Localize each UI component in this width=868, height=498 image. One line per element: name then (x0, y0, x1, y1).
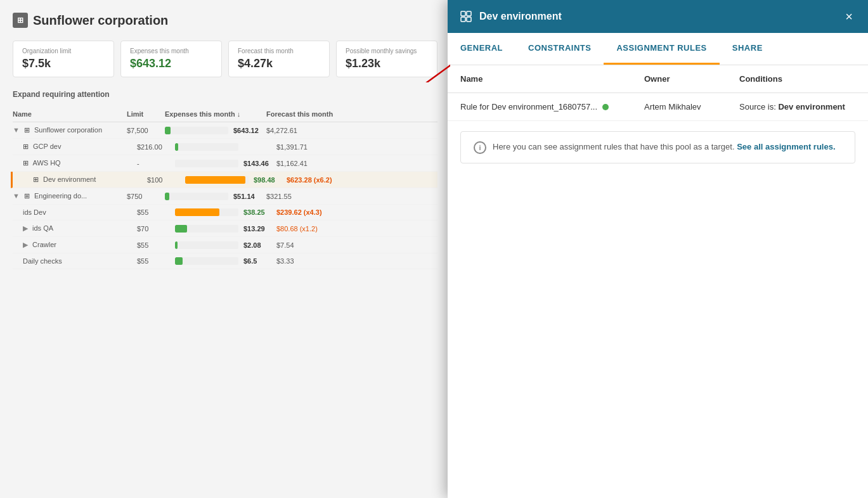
org-title: Sunflower corporation (33, 13, 168, 28)
modal-title: Dev environment (459, 10, 562, 23)
pool-icon (459, 10, 473, 23)
row-expense: $643.12 (165, 127, 266, 134)
row-limit: $55 (137, 241, 175, 249)
tab-share[interactable]: SHARE (720, 33, 775, 65)
tab-constraints[interactable]: CONSTRAINTS (515, 33, 604, 65)
table-row: ⊞ AWS HQ - $143.46 $1,162.41 (13, 155, 437, 172)
row-limit: $70 (137, 225, 175, 233)
table-row: Daily checks $55 $6.5 $3.33 (13, 253, 437, 269)
info-banner: i Here you can see assignment rules that… (460, 131, 855, 163)
row-limit: $100 (147, 176, 185, 184)
row-limit: $55 (137, 208, 175, 216)
svg-rect-5 (467, 17, 471, 22)
condition-value: Dev environment (778, 102, 845, 112)
modal-title-text: Dev environment (479, 11, 562, 22)
row-expense: $2.08 (175, 241, 276, 249)
row-forecast: $7.54 (276, 241, 378, 249)
ar-header-name: Name (460, 74, 644, 84)
ar-header-owner: Owner (644, 74, 739, 84)
ar-table-header: Name Owner Conditions (448, 65, 868, 93)
row-forecast: $80.68 (x1.2) (276, 225, 378, 233)
table-row: ▼ ⊞ Engineering do... $750 $51.14 $321.5… (13, 188, 437, 205)
table-row: ▶ ids QA $70 $13.29 $80.68 (x1.2) (13, 220, 437, 237)
modal-tabs: GENERAL CONSTRAINTS ASSIGNMENT RULES SHA… (448, 33, 868, 65)
ar-header-conditions: Conditions (739, 74, 855, 84)
row-name: ▶ ids QA (23, 224, 137, 233)
stat-org-limit: Organization limit $7.5k (13, 41, 114, 77)
row-expense (175, 143, 276, 151)
info-text-content: Here you can see assignment rules that h… (493, 142, 735, 151)
svg-rect-4 (461, 17, 465, 22)
ar-table-row: Rule for Dev environment_1680757... Arte… (448, 93, 868, 121)
see-all-link[interactable]: See all assignment rules. (737, 142, 835, 151)
close-button[interactable]: × (841, 9, 857, 24)
rule-name-text: Rule for Dev environment_1680757... (460, 102, 597, 112)
stat-savings-value: $1.23k (346, 57, 428, 70)
row-limit: $55 (137, 257, 175, 265)
ar-rule-conditions: Source is: Dev environment (739, 102, 855, 112)
row-expense: $98.48 (185, 176, 287, 184)
svg-rect-2 (461, 11, 465, 16)
info-icon: i (474, 141, 486, 154)
table-row: ids Dev $55 $38.25 $239.62 (x4.3) (13, 205, 437, 220)
col-header-limit: Limit (127, 110, 165, 118)
expand-label: Expand requiring attention (13, 90, 437, 99)
row-expense: $38.25 (175, 208, 276, 216)
stat-forecast-label: Forecast this month (238, 48, 320, 54)
assignment-rules-table: Name Owner Conditions Rule for Dev envir… (448, 65, 868, 121)
org-header: ⊞ Sunflower corporation (13, 13, 437, 28)
org-icon: ⊞ (13, 13, 28, 28)
row-limit: - (137, 160, 175, 167)
row-limit: $7,500 (127, 127, 165, 134)
row-name: Daily checks (23, 257, 137, 265)
stats-row: Organization limit $7.5k Expenses this m… (13, 41, 437, 77)
modal-header: Dev environment × (448, 0, 868, 33)
stat-expenses: Expenses this month $643.12 (120, 41, 222, 77)
modal-panel: Dev environment × GENERAL CONSTRAINTS AS… (448, 0, 868, 498)
info-text: Here you can see assignment rules that h… (493, 141, 836, 153)
stat-forecast-value: $4.27k (238, 57, 320, 70)
background-content: ⊞ Sunflower corporation Organization lim… (0, 0, 450, 498)
stat-forecast: Forecast this month $4.27k (228, 41, 330, 77)
row-forecast: $1,391.71 (276, 143, 378, 151)
stat-org-limit-label: Organization limit (22, 48, 105, 54)
row-limit: $216.00 (137, 143, 175, 151)
row-name: ⊞ GCP dev (23, 143, 137, 151)
col-header-forecast: Forecast this month (266, 110, 368, 118)
row-expense: $143.46 (175, 160, 276, 167)
row-name: ⊞ AWS HQ (23, 159, 137, 167)
row-forecast: $3.33 (276, 257, 378, 265)
row-expense: $51.14 (165, 193, 266, 200)
stat-savings-label: Possible monthly savings (346, 48, 428, 54)
row-expense: $13.29 (175, 225, 276, 233)
modal-body: Name Owner Conditions Rule for Dev envir… (448, 65, 868, 498)
stat-expenses-value: $643.12 (130, 57, 212, 70)
stat-org-limit-value: $7.5k (22, 57, 105, 70)
stat-expenses-label: Expenses this month (130, 48, 212, 54)
row-expense: $6.5 (175, 257, 276, 265)
svg-rect-3 (467, 11, 471, 16)
table-header-row: Name Limit Expenses this month ↓ Forecas… (13, 106, 437, 122)
tab-assignment-rules[interactable]: ASSIGNMENT RULES (604, 33, 719, 65)
row-forecast: $1,162.41 (276, 160, 378, 167)
row-name: ▼ ⊞ Engineering do... (13, 192, 127, 200)
row-forecast: $239.62 (x4.3) (276, 208, 378, 216)
col-header-expense: Expenses this month ↓ (165, 110, 266, 118)
row-name: ▼ ⊞ Sunflower corporation (13, 126, 127, 134)
row-limit: $750 (127, 193, 165, 200)
background-table: Name Limit Expenses this month ↓ Forecas… (13, 106, 437, 269)
row-name: ⊞ Dev environment (33, 176, 147, 184)
stat-savings: Possible monthly savings $1.23k (336, 41, 437, 77)
row-forecast: $321.55 (266, 193, 368, 200)
tab-general[interactable]: GENERAL (448, 33, 515, 65)
table-row: ⊞ GCP dev $216.00 $1,391.71 (13, 139, 437, 155)
row-name: ▶ Crawler (23, 241, 137, 249)
status-active-dot (602, 104, 609, 110)
table-row: ▶ Crawler $55 $2.08 $7.54 (13, 237, 437, 253)
table-row-dev-environment: ⊞ Dev environment $100 $98.48 $623.28 (x… (11, 172, 437, 188)
ar-rule-name: Rule for Dev environment_1680757... (460, 102, 644, 112)
table-row: ▼ ⊞ Sunflower corporation $7,500 $643.12… (13, 122, 437, 139)
row-name: ids Dev (23, 208, 137, 216)
row-forecast: $4,272.61 (266, 127, 368, 134)
ar-rule-owner: Artem Mikhalev (644, 102, 739, 112)
